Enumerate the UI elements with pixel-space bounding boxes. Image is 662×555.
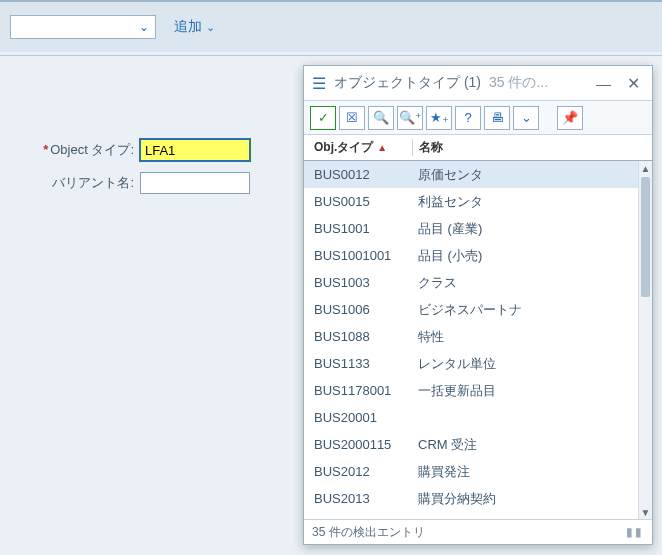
cell-obj-type: BUS2012 [304,464,412,479]
sort-ascending-icon: ▲ [377,142,387,153]
variant-label: バリアント名: [30,174,140,192]
chevron-down-icon: ⌄ [139,20,149,34]
table-row[interactable]: BUS0015利益センタ [304,188,638,215]
dialog-toolbar: ✓ ☒ 🔍 🔍⁺ ★₊ ? 🖶 ⌄ 📌 [304,101,652,135]
table-row[interactable]: BUS1006ビジネスパートナ [304,296,638,323]
favorite-button[interactable]: ★₊ [426,106,452,130]
add-label: 追加 [174,18,202,36]
cell-name: 原価センタ [412,166,638,184]
scrollbar-thumb[interactable] [641,177,650,297]
top-toolbar: ⌄ 追加 ⌄ [0,0,662,52]
cell-name: 一括更新品目 [412,382,638,400]
table-row[interactable]: BUS1001品目 (産業) [304,215,638,242]
vertical-scrollbar[interactable]: ▲ ▼ [638,161,652,519]
cell-obj-type: BUS2013 [304,491,412,506]
results-table: Obj.タイプ ▲ 名称 BUS0012原価センタBUS0015利益センタBUS… [304,135,652,520]
cell-obj-type: BUS2000115 [304,437,412,452]
help-button[interactable]: ? [455,106,481,130]
search-next-button[interactable]: 🔍⁺ [397,106,423,130]
more-button[interactable]: ⌄ [513,106,539,130]
pin-button[interactable]: 📌 [557,106,583,130]
cancel-button[interactable]: ☒ [339,106,365,130]
search-button[interactable]: 🔍 [368,106,394,130]
table-row[interactable]: BUS2013購買分納契約 [304,485,638,512]
value-help-dialog: ☰ オブジェクトタイプ (1) 35 件の... — ✕ ✓ ☒ 🔍 🔍⁺ ★₊… [303,65,653,545]
table-row[interactable]: BUS1001001品目 (小売) [304,242,638,269]
divider [0,55,662,56]
cell-name: CRM 受注 [412,436,638,454]
cell-obj-type: BUS1001001 [304,248,412,263]
cell-obj-type: BUS1006 [304,302,412,317]
cell-obj-type: BUS1003 [304,275,412,290]
print-button[interactable]: 🖶 [484,106,510,130]
cell-name: 品目 (小売) [412,247,638,265]
cell-obj-type: BUS1178001 [304,383,412,398]
minimize-icon[interactable]: — [592,75,615,92]
cell-name: 特性 [412,328,638,346]
scroll-up-icon[interactable]: ▲ [641,161,651,175]
accept-button[interactable]: ✓ [310,106,336,130]
object-type-label: *Object タイプ: [30,141,140,159]
dialog-statusbar: 35 件の検出エントリ ▮▮ [304,520,652,544]
cell-name: 購買発注 [412,463,638,481]
dialog-count: 35 件の... [489,74,548,92]
header-obj-type[interactable]: Obj.タイプ ▲ [304,139,412,156]
dialog-title: オブジェクトタイプ (1) [334,74,481,92]
mode-combo[interactable]: ⌄ [10,15,156,39]
table-header: Obj.タイプ ▲ 名称 [304,135,652,161]
table-row[interactable]: BUS1133レンタル単位 [304,350,638,377]
object-type-input[interactable] [140,139,250,161]
table-row[interactable]: BUS1178001一括更新品目 [304,377,638,404]
cell-obj-type: BUS0012 [304,167,412,182]
table-row[interactable]: BUS2000115CRM 受注 [304,431,638,458]
required-star-icon: * [43,142,48,157]
variant-input[interactable] [140,172,250,194]
table-row[interactable]: BUS0012原価センタ [304,161,638,188]
cell-name: ビジネスパートナ [412,301,638,319]
cell-name: 利益センタ [412,193,638,211]
header-name[interactable]: 名称 [412,139,652,156]
cell-obj-type: BUS0015 [304,194,412,209]
hamburger-icon[interactable]: ☰ [312,74,326,93]
scroll-down-icon[interactable]: ▼ [641,505,651,519]
cell-obj-type: BUS20001 [304,410,412,425]
close-icon[interactable]: ✕ [623,74,644,93]
add-menu[interactable]: 追加 ⌄ [174,18,215,36]
cell-name: 購買分納契約 [412,490,638,508]
status-text: 35 件の検出エントリ [312,524,425,541]
cell-obj-type: BUS1001 [304,221,412,236]
table-row[interactable]: BUS20001 [304,404,638,431]
dialog-titlebar: ☰ オブジェクトタイプ (1) 35 件の... — ✕ [304,66,652,101]
cell-obj-type: BUS1133 [304,356,412,371]
table-row[interactable]: BUS1088特性 [304,323,638,350]
chevron-down-icon: ⌄ [206,21,215,34]
cell-obj-type: BUS1088 [304,329,412,344]
cell-name: クラス [412,274,638,292]
table-row[interactable]: BUS2012購買発注 [304,458,638,485]
pause-icon: ▮▮ [626,525,644,539]
cell-name: 品目 (産業) [412,220,638,238]
selection-form: *Object タイプ: バリアント名: [30,138,280,204]
cell-name: レンタル単位 [412,355,638,373]
table-row[interactable]: BUS1003クラス [304,269,638,296]
